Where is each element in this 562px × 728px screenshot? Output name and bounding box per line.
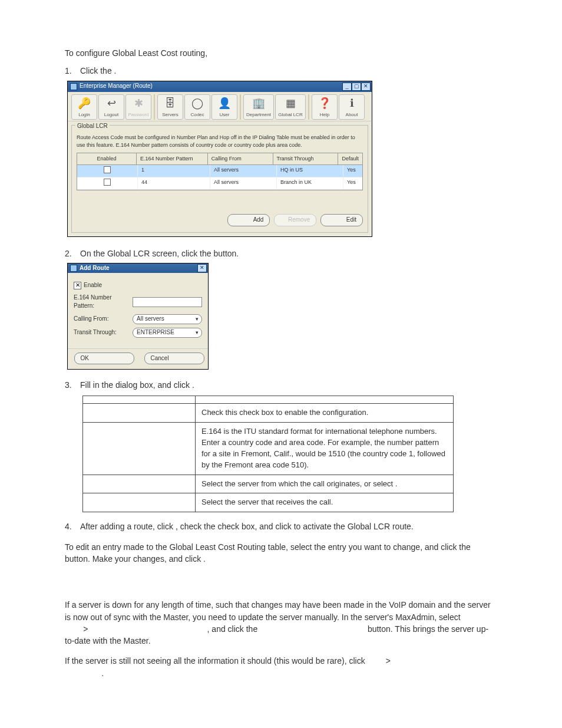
calling-from-label: Calling From: <box>74 315 133 324</box>
table-header-right <box>196 396 454 404</box>
cell-pattern: 44 <box>138 177 210 189</box>
add-route-dialog: Add Route ✕ ✕ Enable E.164 Number Patter… <box>67 263 209 370</box>
pattern-input[interactable] <box>133 297 202 307</box>
step-number-3: 3. <box>65 379 80 391</box>
globallcr-button[interactable]: ▦Global LCR <box>275 94 306 120</box>
help-button[interactable]: ❓Help <box>312 94 338 120</box>
login-button[interactable]: 🔑Login <box>71 94 97 120</box>
edit-button[interactable]: Edit <box>320 214 363 226</box>
edit-instructions: To edit an entry made to the Global Leas… <box>65 541 497 565</box>
row-from-label <box>83 475 196 493</box>
step-1-text: Click the . <box>80 65 497 77</box>
user-button[interactable]: 👤User <box>211 94 237 120</box>
codec-button[interactable]: ◯Codec <box>184 94 210 120</box>
app-icon <box>70 83 77 90</box>
transit-through-select[interactable]: ENTERPRISE ▾ <box>133 328 202 338</box>
dialog-close-icon[interactable]: ✕ <box>197 264 207 272</box>
enable-checkbox[interactable]: ✕ <box>74 282 81 289</box>
step-number-4: 4. <box>65 521 80 532</box>
cell-from: All servers <box>210 177 277 189</box>
col-header-enabled[interactable]: Enabled <box>77 153 137 164</box>
row-enable-desc: Check this check box to enable the confi… <box>196 404 454 423</box>
sync-paragraph-2: If the server is still not seeing all th… <box>65 655 497 679</box>
sync-paragraph-1: If a server is down for any length of ti… <box>65 599 497 647</box>
intro-text: To configure Global Least Cost routing, <box>65 47 497 59</box>
step-4-text: After adding a route, click , check the … <box>80 521 497 532</box>
col-header-transit[interactable]: Transit Through <box>273 153 339 164</box>
table-row[interactable]: 44 All servers Branch in UK Yes <box>77 177 362 190</box>
add-button[interactable]: Add <box>227 214 270 226</box>
table-header-left <box>83 396 196 404</box>
maximize-icon[interactable]: ▢ <box>352 83 361 91</box>
em-toolbar: 🔑Login ↩Logout ✱Password 🗄Servers ◯Codec… <box>68 92 372 121</box>
servers-button[interactable]: 🗄Servers <box>157 94 183 120</box>
global-lcr-panel: Global LCR Route Access Code must be con… <box>71 125 368 233</box>
step-3-text: Fill in the dialog box, and click . <box>80 379 497 391</box>
step-number-2: 2. <box>65 248 80 259</box>
minimize-icon[interactable]: _ <box>342 83 352 91</box>
row-transit-label <box>83 493 196 512</box>
dialog-title: Add Route <box>80 264 197 273</box>
step-number-1: 1. <box>65 65 80 77</box>
transit-through-label: Transit Through: <box>74 328 133 337</box>
table-row[interactable]: 1 All servers HQ in US Yes <box>77 165 362 177</box>
logout-button[interactable]: ↩Logout <box>98 94 124 120</box>
password-button: ✱Password <box>125 94 151 120</box>
row-enable-checkbox[interactable] <box>104 166 111 173</box>
field-description-table: Check this check box to enable the confi… <box>82 396 454 512</box>
cell-pattern: 1 <box>138 165 210 177</box>
lcr-grid: Enabled E.164 Number Pattern Calling Fro… <box>77 153 363 190</box>
about-button[interactable]: ℹAbout <box>339 94 365 120</box>
row-pattern-desc: E.164 is the ITU standard format for int… <box>196 423 454 475</box>
em-titlebar: Enterprise Manager (Route) _ ▢ ✕ <box>68 81 372 92</box>
row-enable-label <box>83 404 196 423</box>
col-header-default[interactable]: Default <box>338 153 362 164</box>
row-transit-desc: Select the server that receives the call… <box>196 493 454 512</box>
em-title: Enterprise Manager (Route) <box>80 82 342 91</box>
chevron-down-icon: ▾ <box>193 315 201 323</box>
cell-transit: Branch in UK <box>277 177 343 189</box>
cell-default: Yes <box>343 177 362 189</box>
cancel-button[interactable]: Cancel <box>144 353 204 365</box>
step-2-text: On the Global LCR screen, click the butt… <box>80 248 497 259</box>
calling-from-value: All servers <box>137 315 193 324</box>
cell-transit: HQ in US <box>277 165 343 177</box>
transit-through-value: ENTERPRISE <box>137 328 193 337</box>
ok-button[interactable]: OK <box>74 353 134 365</box>
dialog-icon <box>70 265 77 272</box>
row-from-desc: Select the server from which the call or… <box>196 475 454 493</box>
panel-title: Global LCR <box>75 122 110 131</box>
row-pattern-label <box>83 423 196 475</box>
panel-helptext: Route Access Code must be configured in … <box>77 134 363 149</box>
enable-label: Enable <box>84 281 102 290</box>
calling-from-select[interactable]: All servers ▾ <box>133 314 202 324</box>
row-enable-checkbox[interactable] <box>104 179 111 186</box>
cell-from: All servers <box>210 165 277 177</box>
remove-button: Remove <box>274 214 316 226</box>
col-header-from[interactable]: Calling From <box>208 153 273 164</box>
chevron-down-icon: ▾ <box>193 329 201 337</box>
department-button[interactable]: 🏢Department <box>243 94 274 120</box>
enterprise-manager-window: Enterprise Manager (Route) _ ▢ ✕ 🔑Login … <box>67 81 372 237</box>
col-header-pattern[interactable]: E.164 Number Pattern <box>137 153 208 164</box>
close-icon[interactable]: ✕ <box>361 83 371 91</box>
cell-default: Yes <box>343 165 362 177</box>
pattern-label: E.164 Number Pattern: <box>74 294 133 311</box>
